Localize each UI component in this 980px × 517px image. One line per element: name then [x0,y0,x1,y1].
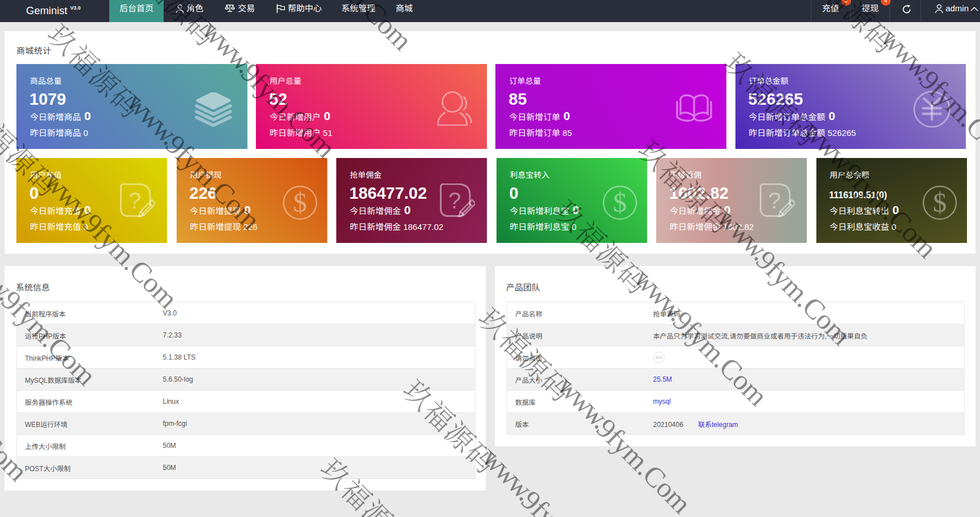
svg-text:$: $ [613,187,627,218]
svg-text:$: $ [932,187,947,218]
svg-text:?: ? [448,188,461,213]
svg-text:?: ? [129,188,141,213]
svg-text:$: $ [293,187,307,218]
svg-text:?: ? [768,188,781,213]
